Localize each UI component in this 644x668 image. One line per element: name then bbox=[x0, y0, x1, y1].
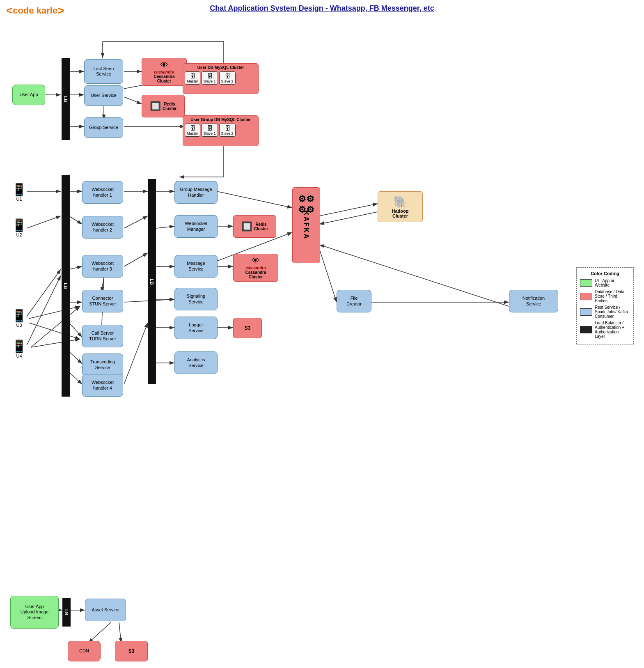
svg-line-21 bbox=[69, 323, 82, 337]
group-service: Group Service bbox=[84, 117, 123, 138]
logo-code: code karle bbox=[13, 5, 57, 16]
legend-item-rest: Rest Service / Spark Jobs/ Kafka Consume… bbox=[580, 305, 630, 319]
user-db-mysql: User DB MySQL Cluster 🗄Master 🗄Slave 1 🗄… bbox=[183, 63, 259, 94]
connector-stun: ConnectorSTUN Server bbox=[82, 290, 123, 312]
lb-bar-bottom: LB bbox=[62, 598, 71, 627]
signaling-service: SignalingService bbox=[174, 288, 218, 310]
transcoding-service: TranscodingService bbox=[82, 354, 123, 376]
group-db-slave2: 🗄Slave 2 bbox=[219, 124, 236, 137]
group-msg-handler: Group MessageHandler bbox=[174, 181, 218, 204]
logger-service: LoggerService bbox=[174, 317, 218, 339]
svg-line-15 bbox=[27, 269, 61, 317]
user-app: User App bbox=[12, 85, 45, 105]
lb-bar-1: LB bbox=[62, 58, 70, 140]
svg-line-26 bbox=[124, 253, 148, 266]
user-service: User Service bbox=[84, 85, 123, 106]
svg-line-16 bbox=[27, 275, 61, 345]
lb-bar-2: LB bbox=[62, 175, 70, 397]
user-group-db-mysql: User Group DB MySQL Cluster 🗄Master 🗄Sla… bbox=[183, 115, 259, 146]
cdn: CDN bbox=[68, 641, 101, 661]
svg-line-22 bbox=[69, 351, 82, 364]
svg-line-52 bbox=[31, 306, 80, 347]
svg-line-50 bbox=[29, 323, 80, 339]
svg-line-25 bbox=[124, 216, 148, 228]
call-turn: Call ServerTURN Server bbox=[82, 325, 123, 347]
last-seen-service: Last SeenService bbox=[84, 59, 123, 84]
user-app-upload: User AppUpload ImageScreen bbox=[10, 596, 59, 629]
cassandra-cluster-2: 👁 cassandra CassandraCluster bbox=[233, 254, 278, 282]
svg-line-46 bbox=[88, 622, 111, 643]
user-u2: 📱 U2 bbox=[11, 218, 27, 237]
message-service: MessageService bbox=[174, 255, 218, 278]
svg-line-23 bbox=[69, 372, 82, 384]
notification-service: NotificationService bbox=[509, 290, 558, 312]
legend-item-db: Database / Data Store / Third Parties bbox=[580, 289, 630, 303]
svg-line-40 bbox=[319, 249, 337, 302]
page-title: Chat Application System Design - Whatsap… bbox=[210, 0, 434, 14]
ws-handler-1: Websockethandler 1 bbox=[82, 181, 123, 204]
svg-line-49 bbox=[29, 306, 80, 319]
user-u4: 📱 U4 bbox=[11, 339, 27, 358]
kafka: KAFKA ⚙⚙⚙⚙ bbox=[292, 187, 320, 263]
svg-line-27 bbox=[124, 323, 148, 384]
s3-bottom: S3 bbox=[115, 641, 148, 661]
cassandra-cluster-1: 👁 cassandra CassandraCluster bbox=[142, 58, 187, 86]
svg-line-29 bbox=[156, 226, 174, 228]
svg-line-39 bbox=[319, 212, 378, 224]
svg-line-47 bbox=[119, 622, 121, 643]
ws-handler-4: Websockethandler 4 bbox=[82, 374, 123, 397]
file-creator: FileCreator bbox=[337, 290, 371, 312]
legend-item-lb: Load Balancer / Authentication + Authori… bbox=[580, 321, 630, 339]
color-legend: Color Coding UI - App or Website Databas… bbox=[576, 267, 634, 344]
asset-service: Asset Service bbox=[85, 599, 126, 621]
svg-line-51 bbox=[31, 339, 80, 347]
redis-cluster-2: 🔲 RedisCluster bbox=[233, 215, 276, 238]
group-db-slave1: 🗄Slave 1 bbox=[202, 124, 218, 137]
ws-manager: WebsocketManager bbox=[174, 215, 218, 238]
svg-line-19 bbox=[69, 266, 82, 269]
svg-line-14 bbox=[27, 216, 61, 228]
svg-line-8 bbox=[124, 97, 142, 104]
db-slave2: 🗄Slave 2 bbox=[219, 71, 236, 85]
db-master: 🗄Master bbox=[185, 71, 200, 85]
analytics-service: AnalyticsService bbox=[174, 351, 218, 374]
group-db-master: 🗄Master bbox=[185, 124, 200, 137]
svg-line-34 bbox=[217, 191, 292, 208]
user-u1: 📱 U1 bbox=[11, 182, 27, 202]
user-u3: 📱 U3 bbox=[11, 308, 27, 328]
legend-title: Color Coding bbox=[580, 271, 630, 276]
diagram-area: LB Last SeenService 👁 cassandra Cassandr… bbox=[0, 15, 644, 663]
ws-handler-2: Websockethandler 2 bbox=[82, 216, 123, 239]
lb-bar-3: LB bbox=[148, 179, 156, 384]
hadoop-cluster: 🐘 HadoopCluster bbox=[378, 191, 423, 222]
redis-cluster-1: 🔲 RedisCluster bbox=[142, 95, 185, 117]
s3-logger: S3 bbox=[233, 318, 262, 338]
ws-handler-3: Websockethandler 3 bbox=[82, 255, 123, 278]
legend-item-ui: UI - App or Website bbox=[580, 278, 630, 287]
db-slave1: 🗄Slave 1 bbox=[202, 71, 218, 85]
page-header: Chat Application System Design - Whatsap… bbox=[0, 0, 644, 13]
svg-line-38 bbox=[319, 204, 378, 216]
svg-line-18 bbox=[69, 216, 82, 224]
